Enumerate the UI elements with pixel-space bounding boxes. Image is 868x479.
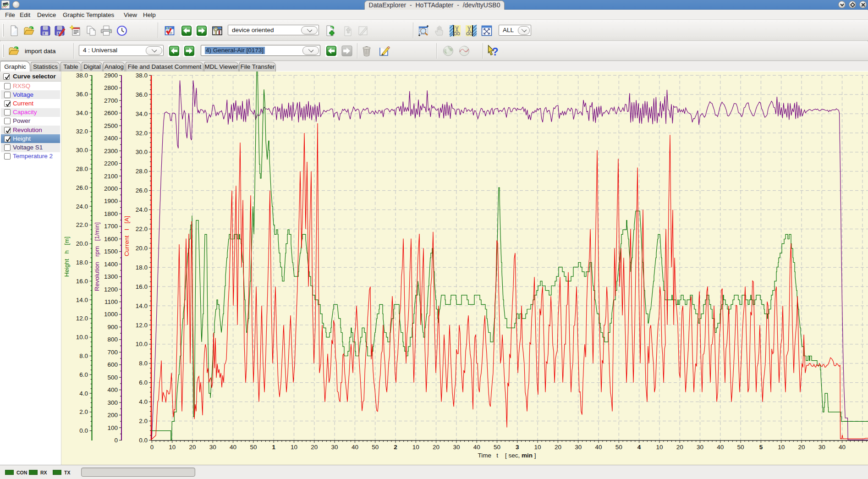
svg-text:900: 900 bbox=[107, 324, 118, 330]
svg-text:Height h [m]: Height h [m] bbox=[63, 237, 70, 277]
svg-text:30: 30 bbox=[331, 444, 338, 451]
svg-text:0.0: 0.0 bbox=[79, 427, 88, 434]
svg-text:10: 10 bbox=[412, 444, 419, 451]
svg-text:26.0: 26.0 bbox=[76, 184, 88, 191]
svg-text:10.0: 10.0 bbox=[136, 341, 148, 347]
svg-text:18.0: 18.0 bbox=[136, 264, 148, 271]
svg-text:16.0: 16.0 bbox=[76, 278, 88, 285]
svg-text:10.0: 10.0 bbox=[76, 334, 88, 341]
svg-text:1400: 1400 bbox=[104, 261, 118, 268]
svg-text:28.0: 28.0 bbox=[76, 165, 88, 172]
svg-text:14.0: 14.0 bbox=[136, 303, 148, 309]
svg-text:40: 40 bbox=[352, 444, 358, 451]
svg-text:2800: 2800 bbox=[104, 84, 118, 91]
svg-text:30.0: 30.0 bbox=[76, 147, 88, 154]
svg-text:1100: 1100 bbox=[104, 298, 118, 305]
svg-text:20: 20 bbox=[189, 444, 196, 451]
svg-text:32.0: 32.0 bbox=[136, 130, 148, 137]
svg-text:12.0: 12.0 bbox=[136, 322, 148, 329]
svg-text:5: 5 bbox=[759, 444, 763, 451]
svg-text:50: 50 bbox=[494, 444, 500, 451]
svg-text:24.0: 24.0 bbox=[136, 206, 148, 213]
svg-text:1300: 1300 bbox=[104, 273, 118, 280]
svg-text:18.0: 18.0 bbox=[76, 259, 88, 266]
svg-text:20.0: 20.0 bbox=[136, 245, 148, 252]
svg-text:200: 200 bbox=[107, 412, 118, 418]
svg-text:26.0: 26.0 bbox=[136, 187, 148, 194]
svg-text:10: 10 bbox=[291, 444, 297, 451]
svg-text:8.0: 8.0 bbox=[139, 360, 148, 367]
svg-text:28.0: 28.0 bbox=[136, 168, 148, 175]
svg-text:38.0: 38.0 bbox=[76, 72, 88, 79]
svg-text:6.0: 6.0 bbox=[79, 371, 88, 378]
svg-text:30: 30 bbox=[819, 444, 825, 451]
svg-text:40: 40 bbox=[473, 444, 480, 451]
svg-text:1700: 1700 bbox=[104, 223, 118, 230]
svg-text:50: 50 bbox=[372, 444, 379, 451]
svg-text:2300: 2300 bbox=[104, 148, 118, 154]
svg-text:600: 600 bbox=[107, 361, 118, 368]
svg-text:1000: 1000 bbox=[104, 311, 118, 318]
svg-text:30.0: 30.0 bbox=[136, 149, 148, 155]
svg-text:2400: 2400 bbox=[104, 135, 118, 142]
svg-text:2.0: 2.0 bbox=[79, 408, 88, 415]
svg-text:?: ? bbox=[492, 46, 499, 57]
svg-text:10: 10 bbox=[656, 444, 663, 451]
svg-text:14.0: 14.0 bbox=[76, 297, 88, 303]
svg-text:20: 20 bbox=[676, 444, 683, 451]
svg-text:30: 30 bbox=[575, 444, 582, 451]
svg-text:8.0: 8.0 bbox=[79, 352, 88, 359]
svg-text:4: 4 bbox=[637, 444, 641, 451]
svg-text:34.0: 34.0 bbox=[136, 110, 148, 117]
svg-text:500: 500 bbox=[107, 374, 118, 381]
svg-text:22.0: 22.0 bbox=[76, 221, 88, 228]
svg-text:20: 20 bbox=[555, 444, 561, 451]
svg-text:2: 2 bbox=[394, 444, 397, 451]
svg-text:40: 40 bbox=[717, 444, 724, 451]
svg-text:2700: 2700 bbox=[104, 97, 118, 104]
svg-text:300: 300 bbox=[107, 399, 118, 406]
svg-text:36.0: 36.0 bbox=[76, 91, 88, 98]
svg-text:30: 30 bbox=[209, 444, 216, 451]
svg-text:40: 40 bbox=[230, 444, 236, 451]
svg-text:1: 1 bbox=[272, 444, 275, 451]
svg-text:700: 700 bbox=[107, 349, 118, 356]
svg-text:38.0: 38.0 bbox=[136, 72, 148, 79]
svg-text:1900: 1900 bbox=[104, 198, 118, 204]
svg-text:Time t [ sec, min ]: Time t [ sec, min ] bbox=[478, 452, 536, 459]
svg-text:10: 10 bbox=[534, 444, 541, 451]
svg-text:800: 800 bbox=[107, 336, 118, 343]
svg-text:2600: 2600 bbox=[104, 110, 118, 116]
svg-text:2.0: 2.0 bbox=[139, 418, 148, 424]
svg-text:40: 40 bbox=[839, 444, 846, 451]
svg-text:50: 50 bbox=[615, 444, 622, 451]
svg-text:10: 10 bbox=[169, 444, 176, 451]
svg-text:1200: 1200 bbox=[104, 286, 118, 293]
svg-text:0: 0 bbox=[114, 437, 118, 444]
svg-text:3: 3 bbox=[516, 444, 519, 451]
svg-text:16.0: 16.0 bbox=[136, 283, 148, 290]
svg-text:2900: 2900 bbox=[104, 72, 118, 79]
svg-text:32.0: 32.0 bbox=[76, 128, 88, 135]
svg-text:24.0: 24.0 bbox=[76, 203, 88, 210]
svg-text:2200: 2200 bbox=[104, 160, 118, 167]
svg-text:4.0: 4.0 bbox=[139, 398, 148, 405]
svg-text:Revolution rpm [1/min]: Revolution rpm [1/min] bbox=[93, 222, 100, 291]
svg-text:100: 100 bbox=[107, 424, 118, 431]
svg-text:34.0: 34.0 bbox=[76, 110, 88, 116]
svg-text:50: 50 bbox=[737, 444, 744, 451]
svg-text:0.0: 0.0 bbox=[139, 437, 148, 444]
svg-text:4.0: 4.0 bbox=[79, 390, 88, 397]
svg-text:Current I [A]: Current I [A] bbox=[123, 216, 130, 256]
svg-text:20.0: 20.0 bbox=[76, 240, 88, 247]
svg-text:6.0: 6.0 bbox=[139, 379, 148, 386]
svg-text:20: 20 bbox=[433, 444, 439, 451]
svg-text:1500: 1500 bbox=[104, 248, 118, 255]
svg-text:22.0: 22.0 bbox=[136, 226, 148, 232]
svg-text:12.0: 12.0 bbox=[76, 315, 88, 322]
svg-text:36.0: 36.0 bbox=[136, 91, 148, 98]
svg-text:30: 30 bbox=[453, 444, 460, 451]
svg-text:30: 30 bbox=[697, 444, 703, 451]
svg-text:1600: 1600 bbox=[104, 236, 118, 242]
svg-text:10: 10 bbox=[778, 444, 785, 451]
